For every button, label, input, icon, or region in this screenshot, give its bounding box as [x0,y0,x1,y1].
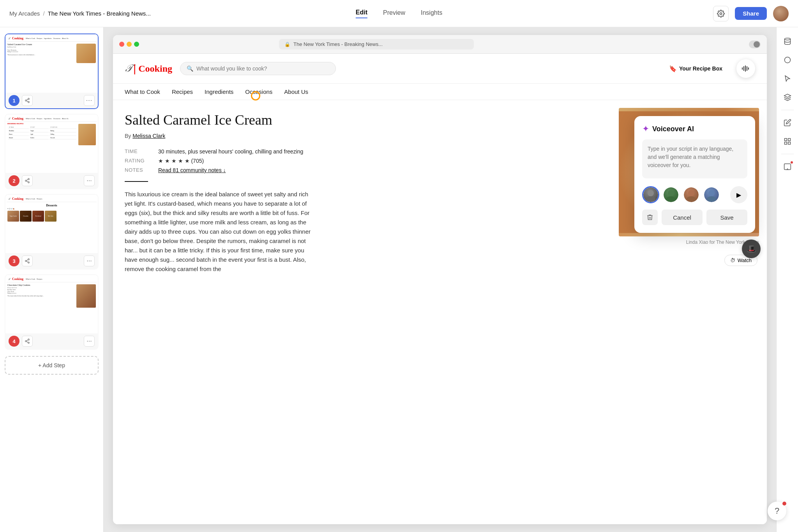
toolbar-pencil-button[interactable] [780,115,795,130]
browser-dot-close[interactable] [119,42,124,47]
toolbar-database-button[interactable] [780,33,795,49]
browser-chrome: 🔒 The New York Times - Breaking News... [113,35,767,54]
nav-about-us[interactable]: About Us [284,88,308,95]
svg-rect-43 [788,139,790,141]
slide-number: 2 [9,175,19,186]
sparkle-icon: ✦ [642,124,649,134]
slide-more-button[interactable]: ··· [84,95,95,106]
share-button[interactable]: Share [735,7,767,20]
browser-dot-minimize[interactable] [127,42,132,47]
nav-edit[interactable]: Edit [356,9,367,18]
recipe-meta: Time 30 minutes, plus several hours' coo… [125,148,607,173]
meta-time-value: 30 minutes, plus several hours' cooling,… [158,148,303,155]
recipe-box-link[interactable]: 🔖 Your Recipe Box [669,65,722,72]
main-layout: 𝒯 Cooking What to CookRecipesIngredients… [0,27,798,532]
svg-line-20 [26,340,28,341]
svg-point-0 [720,12,722,14]
settings-button[interactable] [713,6,729,21]
browser-url-bar[interactable]: 🔒 The New York Times - Breaking News... [279,39,474,49]
voiceover-actions: Cancel Save [642,210,747,225]
voice-avatar-1[interactable] [642,186,659,203]
nav-insights[interactable]: Insights [421,9,442,18]
save-button[interactable]: Save [706,210,747,225]
toolbar-collection-button[interactable] [780,134,795,149]
search-input[interactable] [196,65,329,72]
help-icon: ? [775,506,779,516]
voice-avatar-4[interactable] [703,186,720,203]
browser-dot-maximize[interactable] [134,42,139,47]
bookmark-icon: 🔖 [669,65,677,72]
slide-more-button[interactable]: ··· [84,175,95,186]
toolbar-layers-button[interactable] [780,90,795,105]
slide-share-button[interactable] [22,336,33,347]
svg-line-15 [26,260,28,261]
browser-dots [119,42,139,47]
svg-line-14 [26,261,28,262]
nyt-logo-cooking: Cooking [138,63,172,74]
slide-share-button[interactable] [22,255,33,266]
voiceover-header: ✦ Voiceover AI [642,124,747,134]
voiceover-wave-button[interactable] [736,59,755,78]
slide-item[interactable]: 𝒯 Cooking What to CookRecipes Chocolate … [5,274,99,350]
slide-number: 4 [9,336,19,347]
svg-point-35 [688,190,694,196]
slide-share-button[interactable] [22,95,33,106]
slide-item[interactable]: 𝒯 Cooking What to CookRecipes Desserts ❤… [5,194,99,270]
url-text: The New York Times - Breaking News... [293,41,383,47]
voiceover-textarea[interactable] [642,139,747,178]
voiceover-title: Voiceover AI [652,125,694,133]
add-step-button[interactable]: + Add Step [5,356,99,375]
svg-line-4 [26,101,28,102]
nav-indicator [251,91,260,100]
svg-point-3 [28,101,30,103]
cancel-button[interactable]: Cancel [662,210,703,225]
slide-item[interactable]: 𝒯 Cooking What to CookRecipesIngredients… [5,114,99,189]
slide-item[interactable]: 𝒯 Cooking What to CookRecipesIngredients… [5,33,99,109]
slide-controls: 1 ··· [5,93,98,108]
help-button[interactable]: ? [768,502,786,520]
top-nav: Edit Preview Insights [356,9,442,18]
top-right-controls: Share [713,6,789,21]
svg-point-6 [28,178,30,180]
slide-thumbnail: 𝒯 Cooking What to CookRecipesIngredients… [5,115,98,173]
play-button[interactable]: ▶ [730,186,747,203]
svg-point-33 [668,190,674,196]
nav-ingredients[interactable]: Ingredients [205,88,233,95]
toolbar-circle-button[interactable] [780,52,795,68]
home-link[interactable]: My Arcades [9,10,40,17]
author-link[interactable]: Melissa Clark [132,133,165,139]
nav-preview[interactable]: Preview [383,9,405,18]
hat-icon: 🎩 [747,244,756,254]
voice-avatar-3[interactable] [683,186,700,203]
svg-rect-23 [745,65,746,72]
toolbar-record-button[interactable] [780,159,795,174]
recipe-author: By Melissa Clark [125,133,607,139]
svg-point-34 [666,196,676,202]
delete-button[interactable] [642,210,658,225]
svg-point-1 [28,98,30,100]
svg-rect-44 [784,142,787,144]
voice-avatar-2[interactable] [662,186,680,203]
theme-toggle[interactable] [749,41,761,48]
nyt-search-bar[interactable]: 🔍 [180,62,336,75]
slide-share-button[interactable] [22,175,33,186]
notification-dot [782,501,787,506]
nav-recipes[interactable]: Recipes [172,88,193,95]
svg-line-10 [26,180,28,180]
hat-widget[interactable]: 🎩 [742,240,761,258]
notes-link[interactable]: Read 81 community notes ↓ [158,167,226,173]
voiceover-popup: ✦ Voiceover AI [634,116,755,233]
slide-more-button[interactable]: ··· [84,336,95,347]
browser-window: 🔒 The New York Times - Breaking News... … [113,35,767,524]
user-avatar[interactable] [773,6,789,21]
nav-what-to-cook[interactable]: What to Cook [125,88,160,95]
svg-point-32 [646,196,655,202]
svg-point-40 [784,57,790,63]
recipe-title: Salted Caramel Ice Cream [125,112,607,128]
slide-more-button[interactable]: ··· [84,255,95,266]
nyt-article: Salted Caramel Ice Cream By Melissa Clar… [113,100,619,285]
svg-point-31 [648,190,654,196]
slides-panel: 𝒯 Cooking What to CookRecipesIngredients… [0,27,104,532]
toolbar-pointer-button[interactable] [780,71,795,86]
image-caption: Linda Xiao for The New York Times [619,240,759,245]
